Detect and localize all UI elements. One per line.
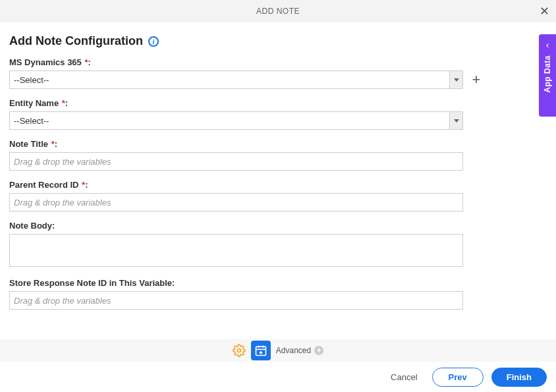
- select-msdynamics[interactable]: [9, 70, 463, 89]
- dialog-header: ADD NOTE ✕: [0, 0, 556, 22]
- select-entity-input[interactable]: [9, 111, 463, 130]
- label-note-title: Note Title *:: [9, 139, 547, 149]
- label-note-title-text: Note Title: [9, 139, 48, 149]
- advanced-button[interactable]: Advanced +: [276, 346, 323, 355]
- field-entity: Entity Name *:: [9, 98, 547, 130]
- plus-circle-icon: +: [314, 346, 323, 355]
- label-note-body: Note Body:: [9, 221, 547, 231]
- page-title: Add Note Configuration i: [9, 34, 159, 48]
- cancel-button[interactable]: Cancel: [384, 368, 424, 386]
- dialog-footer: Cancel Prev Finish: [0, 362, 556, 392]
- info-icon[interactable]: i: [148, 36, 159, 47]
- label-note-body-text: Note Body: [9, 221, 52, 231]
- label-entity: Entity Name *:: [9, 98, 547, 108]
- label-parent-record: Parent Record ID *:: [9, 180, 547, 190]
- input-store-response[interactable]: [9, 291, 463, 310]
- label-parent-record-text: Parent Record ID: [9, 180, 78, 190]
- chevron-down-icon[interactable]: [449, 112, 462, 129]
- label-store-response: Store Response Note ID in This Variable:: [9, 278, 547, 288]
- field-note-body: Note Body:: [9, 221, 547, 269]
- label-msdynamics: MS Dynamics 365 *:: [9, 57, 547, 67]
- chevron-down-icon[interactable]: [449, 71, 462, 88]
- add-connection-button[interactable]: +: [470, 73, 483, 86]
- input-parent-record[interactable]: [9, 193, 463, 211]
- input-note-title[interactable]: [9, 152, 463, 171]
- field-store-response: Store Response Note ID in This Variable:: [9, 278, 547, 310]
- dialog-content: Add Note Configuration i MS Dynamics 365…: [0, 22, 556, 325]
- field-parent-record: Parent Record ID *:: [9, 180, 547, 211]
- label-entity-text: Entity Name: [9, 98, 59, 108]
- app-data-tab[interactable]: ‹ App Data: [539, 34, 556, 117]
- page-title-text: Add Note Configuration: [9, 34, 143, 48]
- select-msdynamics-input[interactable]: [9, 70, 463, 89]
- field-note-title: Note Title *:: [9, 139, 547, 171]
- chevron-left-icon: ‹: [546, 40, 549, 50]
- label-store-response-text: Store Response Note ID in This Variable: [9, 278, 172, 288]
- calendar-add-icon[interactable]: [251, 341, 271, 360]
- gear-icon[interactable]: [233, 344, 246, 357]
- advanced-label: Advanced: [276, 346, 311, 355]
- app-data-label: App Data: [543, 55, 552, 93]
- bottom-toolbar: Advanced +: [0, 339, 556, 362]
- dialog-title: ADD NOTE: [256, 7, 300, 16]
- input-note-body[interactable]: [9, 234, 463, 267]
- prev-button[interactable]: Prev: [432, 368, 484, 387]
- select-entity[interactable]: [9, 111, 463, 130]
- field-msdynamics: MS Dynamics 365 *: +: [9, 57, 547, 89]
- close-icon[interactable]: ✕: [540, 5, 550, 17]
- finish-button[interactable]: Finish: [491, 368, 547, 387]
- svg-point-0: [237, 349, 240, 352]
- label-msdynamics-text: MS Dynamics 365: [9, 57, 82, 67]
